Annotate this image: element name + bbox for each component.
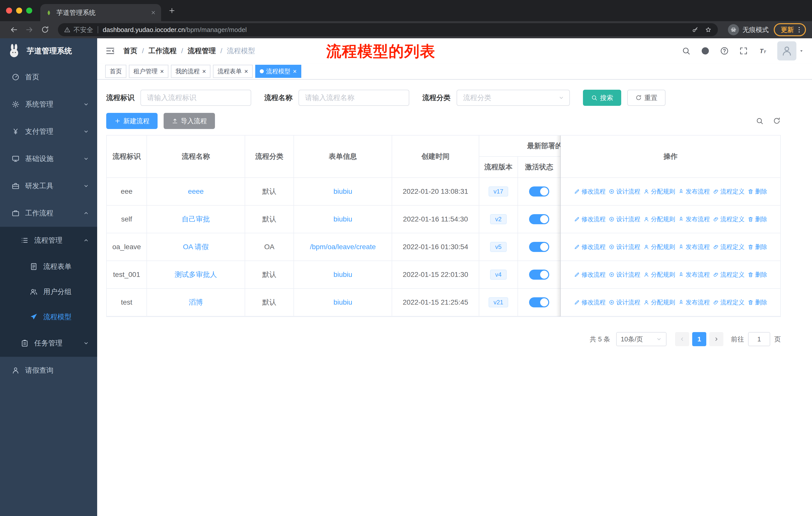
import-flow-button[interactable]: 导入流程 bbox=[164, 113, 215, 129]
tag-close-icon[interactable]: × bbox=[202, 68, 206, 75]
sidebar-item-leave-query[interactable]: 请假查询 bbox=[0, 357, 97, 384]
tag-tenant-management[interactable]: 租户管理× bbox=[129, 65, 168, 78]
process-id-input[interactable] bbox=[141, 90, 251, 106]
flow-definition-link[interactable]: 流程定义 bbox=[713, 215, 745, 223]
tag-close-icon[interactable]: × bbox=[244, 68, 248, 75]
flow-definition-link[interactable]: 流程定义 bbox=[713, 187, 745, 195]
address-bar[interactable]: 不安全 dashboard.yudao.iocoder.cn/bpm/manag… bbox=[58, 23, 718, 36]
design-flow-link[interactable]: 设计流程 bbox=[609, 298, 640, 306]
search-button[interactable]: 搜索 bbox=[583, 90, 621, 106]
assign-rule-link[interactable]: 分配规则 bbox=[643, 243, 675, 251]
prev-page-button[interactable] bbox=[675, 332, 689, 346]
design-flow-link[interactable]: 设计流程 bbox=[609, 243, 640, 251]
form-info-link[interactable]: biubiu bbox=[334, 271, 352, 279]
form-info-link[interactable]: biubiu bbox=[334, 298, 352, 306]
publish-flow-link[interactable]: 发布流程 bbox=[678, 187, 710, 195]
active-toggle[interactable] bbox=[529, 186, 549, 196]
delete-flow-link[interactable]: 删除 bbox=[748, 298, 767, 306]
sidebar-item-user-group[interactable]: 用户分组 bbox=[0, 279, 97, 304]
process-name-link[interactable]: eeee bbox=[188, 187, 204, 195]
page-size-select[interactable]: 10条/页 bbox=[616, 332, 667, 346]
breadcrumb-process-management[interactable]: 流程管理 bbox=[188, 46, 216, 56]
active-toggle[interactable] bbox=[529, 270, 549, 280]
sidebar-item-infrastructure[interactable]: 基础设施 bbox=[0, 145, 97, 172]
sidebar-item-workflow[interactable]: 工作流程 bbox=[0, 199, 97, 227]
sidebar-item-home[interactable]: 首页 bbox=[0, 63, 97, 91]
update-button[interactable]: 更新 bbox=[774, 23, 806, 36]
assign-rule-link[interactable]: 分配规则 bbox=[643, 187, 675, 195]
tag-process-form[interactable]: 流程表单× bbox=[213, 65, 253, 78]
reset-button[interactable]: 重置 bbox=[627, 90, 666, 106]
sidebar-item-dev-tools[interactable]: 研发工具 bbox=[0, 172, 97, 199]
flow-definition-link[interactable]: 流程定义 bbox=[713, 271, 745, 279]
back-button[interactable] bbox=[9, 25, 18, 34]
header-search-icon[interactable] bbox=[682, 46, 691, 55]
process-name-link[interactable]: OA 请假 bbox=[183, 242, 209, 252]
process-name-link[interactable]: 自己审批 bbox=[182, 214, 210, 224]
active-toggle[interactable] bbox=[529, 297, 549, 307]
form-info-link[interactable]: biubiu bbox=[334, 215, 352, 223]
delete-flow-link[interactable]: 删除 bbox=[748, 215, 767, 223]
process-name-input[interactable] bbox=[298, 90, 409, 106]
publish-flow-link[interactable]: 发布流程 bbox=[678, 243, 710, 251]
active-toggle[interactable] bbox=[529, 242, 549, 252]
browser-tab[interactable]: 芋道管理系统 bbox=[40, 4, 161, 21]
tag-process-model[interactable]: 流程模型× bbox=[255, 65, 301, 78]
assign-rule-link[interactable]: 分配规则 bbox=[643, 271, 675, 279]
help-icon[interactable] bbox=[720, 46, 729, 55]
category-select[interactable]: 流程分类 bbox=[457, 90, 570, 106]
design-flow-link[interactable]: 设计流程 bbox=[609, 271, 640, 279]
delete-flow-link[interactable]: 删除 bbox=[748, 271, 767, 279]
sidebar-item-system-management[interactable]: 系统管理 bbox=[0, 91, 97, 118]
modify-flow-link[interactable]: 修改流程 bbox=[574, 298, 606, 306]
sidebar-item-payment-management[interactable]: 支付管理 bbox=[0, 118, 97, 145]
design-flow-link[interactable]: 设计流程 bbox=[609, 215, 640, 223]
password-key-icon[interactable] bbox=[692, 26, 699, 33]
modify-flow-link[interactable]: 修改流程 bbox=[574, 187, 606, 195]
publish-flow-link[interactable]: 发布流程 bbox=[678, 298, 710, 306]
form-info-link[interactable]: biubiu bbox=[334, 187, 352, 195]
font-size-icon[interactable]: TT bbox=[758, 46, 767, 55]
tag-close-icon[interactable]: × bbox=[293, 68, 297, 75]
assign-rule-link[interactable]: 分配规则 bbox=[643, 215, 675, 223]
flow-definition-link[interactable]: 流程定义 bbox=[713, 298, 745, 306]
fullscreen-icon[interactable] bbox=[739, 46, 748, 55]
window-minimize-button[interactable] bbox=[16, 7, 22, 13]
active-toggle[interactable] bbox=[529, 214, 549, 224]
tag-my-process[interactable]: 我的流程× bbox=[171, 65, 210, 78]
tag-home[interactable]: 首页 bbox=[105, 65, 126, 78]
new-tab-button[interactable] bbox=[168, 7, 176, 15]
sidebar-item-process-form[interactable]: 流程表单 bbox=[0, 254, 97, 279]
forward-button[interactable] bbox=[25, 25, 34, 34]
modify-flow-link[interactable]: 修改流程 bbox=[574, 215, 606, 223]
browser-menu-icon[interactable] bbox=[795, 26, 803, 33]
sidebar-item-process-management[interactable]: 流程管理 bbox=[0, 227, 97, 254]
delete-flow-link[interactable]: 删除 bbox=[748, 187, 767, 195]
breadcrumb-home[interactable]: 首页 bbox=[123, 46, 138, 56]
page-1-button[interactable]: 1 bbox=[692, 332, 706, 346]
create-flow-button[interactable]: 新建流程 bbox=[106, 113, 157, 129]
app-logo[interactable]: 芋道管理系统 bbox=[0, 38, 97, 63]
bookmark-star-icon[interactable] bbox=[705, 26, 712, 33]
github-icon[interactable] bbox=[701, 46, 710, 55]
delete-flow-link[interactable]: 删除 bbox=[748, 243, 767, 251]
sidebar-item-task-management[interactable]: 任务管理 bbox=[0, 330, 97, 357]
tag-close-icon[interactable]: × bbox=[160, 68, 164, 75]
process-name-link[interactable]: 测试多审批人 bbox=[175, 270, 217, 279]
window-close-button[interactable] bbox=[6, 7, 12, 13]
user-menu[interactable] bbox=[777, 41, 804, 60]
design-flow-link[interactable]: 设计流程 bbox=[609, 187, 640, 195]
reload-button[interactable] bbox=[41, 25, 49, 34]
window-zoom-button[interactable] bbox=[26, 7, 32, 13]
modify-flow-link[interactable]: 修改流程 bbox=[574, 271, 606, 279]
modify-flow-link[interactable]: 修改流程 bbox=[574, 243, 606, 251]
process-name-link[interactable]: 滔博 bbox=[189, 298, 203, 307]
goto-page-input[interactable] bbox=[748, 332, 770, 346]
publish-flow-link[interactable]: 发布流程 bbox=[678, 215, 710, 223]
sidebar-toggle-icon[interactable] bbox=[105, 46, 115, 56]
tab-close-icon[interactable] bbox=[150, 10, 156, 16]
toggle-search-icon[interactable] bbox=[756, 117, 764, 125]
flow-definition-link[interactable]: 流程定义 bbox=[713, 243, 745, 251]
publish-flow-link[interactable]: 发布流程 bbox=[678, 271, 710, 279]
assign-rule-link[interactable]: 分配规则 bbox=[643, 298, 675, 306]
